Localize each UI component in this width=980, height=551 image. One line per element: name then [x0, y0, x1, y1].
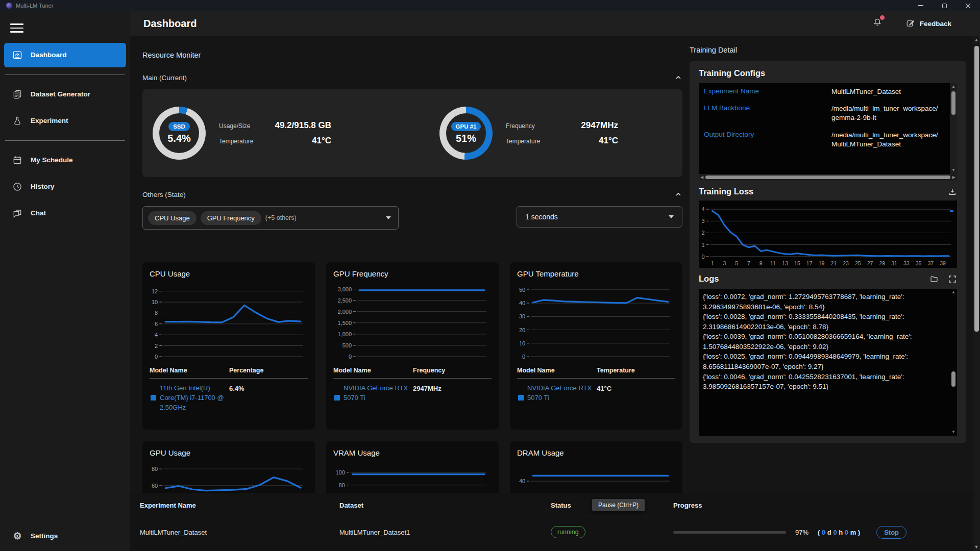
model-name: NVIDIA GeForce RTX 5070 Ti — [344, 384, 413, 403]
gauge-percent: 51% — [456, 133, 476, 144]
progress-cell: 97% ( 0 d 0 h 0 m ) Stop — [673, 526, 960, 539]
column-header: Percentage — [229, 367, 308, 374]
sidebar-item-settings[interactable]: ⚙︎ Settings — [4, 523, 126, 548]
interval-select[interactable]: 1 seconds — [517, 206, 682, 228]
metric-value: 41°C — [597, 384, 675, 403]
metric-label: Usage/Size — [219, 122, 266, 130]
svg-text:27: 27 — [867, 260, 873, 266]
chevron-up-icon[interactable] — [674, 190, 682, 198]
svg-text:1: 1 — [701, 242, 704, 248]
folder-icon[interactable] — [929, 274, 939, 284]
ssd-donut-gauge: SSD 5.4% — [153, 107, 206, 160]
gpu-temperature-chart: 01020304050 — [517, 282, 675, 360]
training-loss-title: Training Loss — [699, 187, 753, 196]
sidebar-item-dashboard[interactable]: Dashboard — [4, 43, 126, 67]
app-logo-icon — [6, 3, 12, 9]
logs-vertical-scrollbar[interactable]: ▲ ▼ — [950, 289, 957, 436]
svg-text:5: 5 — [735, 260, 738, 266]
cpu-usage-chart: 024681012 — [150, 282, 308, 360]
log-output: {'loss': 0.0072, 'grad_norm': 1.27294957… — [703, 292, 947, 433]
feedback-button[interactable]: Feedback — [906, 19, 951, 28]
logs-box: {'loss': 0.0072, 'grad_norm': 1.27294957… — [699, 289, 957, 436]
download-icon[interactable] — [948, 187, 957, 196]
others-state-section-header[interactable]: Others (State) — [142, 189, 682, 199]
sidebar-item-history[interactable]: History — [4, 174, 126, 199]
sidebar-divider — [5, 74, 125, 75]
sidebar-item-experiment[interactable]: Experiment — [4, 109, 126, 133]
legend-item[interactable]: 11th Gen Intel(R) Core(TM) i7-11700 @ 2.… — [150, 384, 229, 413]
main-area: Dashboard Feedback — [130, 11, 980, 551]
chevron-down-icon — [386, 216, 391, 219]
svg-text:13: 13 — [782, 260, 788, 266]
log-entry: {'loss': 0.0028, 'grad_norm': 0.33335584… — [703, 312, 947, 332]
scroll-up-arrow-icon[interactable]: ▲ — [974, 36, 979, 44]
svg-text:10: 10 — [519, 340, 525, 346]
stop-button[interactable]: Stop — [876, 526, 906, 539]
metric-value: 6.4% — [229, 384, 308, 413]
chevron-up-icon[interactable] — [674, 73, 682, 82]
experiment-name-cell: MultiLMTuner_Dataset — [140, 529, 339, 536]
configs-vertical-scrollbar[interactable]: ▲ ▼ — [950, 83, 957, 174]
svg-text:2,500: 2,500 — [337, 297, 352, 304]
configs-horizontal-scrollbar[interactable]: ◀▶ — [699, 174, 957, 181]
ssd-gauge: SSD 5.4% Usage/Size49.2/915.8 GB Tempera… — [153, 107, 331, 160]
legend-swatch — [334, 395, 340, 400]
svg-text:80: 80 — [152, 466, 158, 472]
chart-title: GPU Frequency — [333, 269, 492, 278]
svg-text:25: 25 — [855, 260, 861, 266]
interval-value: 1 seconds — [525, 213, 558, 221]
chevron-down-icon — [669, 215, 674, 218]
minimize-button[interactable] — [917, 2, 925, 9]
cpu-usage-card: CPU Usage 024681012 Model NamePercentage… — [142, 262, 315, 430]
metrics-multiselect[interactable]: CPU Usage GPU Frequency (+5 others) — [142, 206, 399, 230]
metric-value: 2947MHz — [553, 120, 618, 131]
config-label: Output Directory — [704, 131, 831, 149]
svg-text:3: 3 — [701, 218, 704, 224]
svg-text:60: 60 — [152, 483, 158, 489]
window-scrollbar[interactable]: ▲ ▼ — [973, 36, 980, 551]
sidebar-item-label: Settings — [31, 532, 58, 540]
feedback-label: Feedback — [920, 20, 951, 28]
scroll-down-arrow-icon[interactable]: ▼ — [974, 543, 979, 551]
close-icon — [965, 3, 971, 9]
window-title: Multi-LM Tuner — [16, 3, 53, 9]
expand-icon[interactable] — [948, 274, 957, 284]
sidebar-item-label: History — [31, 183, 55, 190]
column-header-progress: Progress — [673, 502, 960, 509]
table-row[interactable]: MultiLMTuner_Dataset MultiLMTuner_Datase… — [140, 516, 960, 548]
svg-text:4: 4 — [155, 332, 158, 338]
model-name: NVIDIA GeForce RTX 5070 Ti — [527, 384, 597, 403]
close-button[interactable] — [964, 2, 972, 9]
notifications-button[interactable] — [872, 17, 883, 30]
flask-icon — [12, 116, 22, 126]
chart-title: GPU Usage — [150, 448, 308, 457]
svg-text:8: 8 — [155, 310, 158, 316]
sidebar-item-chat[interactable]: Chat — [4, 201, 126, 226]
window-titlebar: Multi-LM Tuner — [0, 0, 980, 11]
notification-badge — [880, 15, 885, 20]
sidebar-divider — [5, 140, 125, 141]
sidebar-item-dataset-generator[interactable]: Dataset Generator — [4, 82, 126, 107]
menu-toggle-button[interactable] — [10, 23, 23, 33]
metric-label: Frequency — [506, 122, 553, 130]
svg-text:35: 35 — [916, 260, 922, 266]
svg-text:40: 40 — [519, 478, 525, 484]
metric-value: 41°C — [553, 136, 618, 146]
training-loss-chart: 0123413579111315171921232527293133353739 — [699, 201, 957, 268]
chart-title: VRAM Usage — [333, 448, 492, 457]
svg-text:20: 20 — [519, 327, 525, 333]
legend-item[interactable]: NVIDIA GeForce RTX 5070 Ti — [517, 384, 597, 403]
progress-bar — [673, 531, 786, 534]
maximize-button[interactable] — [940, 2, 948, 9]
log-entry: {'loss': 0.0025, 'grad_norm': 0.09449989… — [703, 352, 947, 371]
scrollbar-thumb[interactable] — [974, 46, 979, 332]
main-current-section-header[interactable]: Main (Current) — [142, 72, 682, 83]
sidebar-item-my-schedule[interactable]: My Schedule — [4, 148, 126, 172]
svg-text:0: 0 — [701, 254, 704, 260]
metric-chip[interactable]: CPU Usage — [148, 211, 197, 225]
model-name: 11th Gen Intel(R) Core(TM) i7-11700 @ 2.… — [160, 384, 229, 413]
gpu-gauge: GPU #1 51% Frequency2947MHz Temperature4… — [439, 107, 618, 160]
legend-item[interactable]: NVIDIA GeForce RTX 5070 Ti — [333, 384, 413, 403]
metric-chip[interactable]: GPU Frequency — [201, 211, 261, 225]
gear-icon: ⚙︎ — [12, 530, 22, 542]
